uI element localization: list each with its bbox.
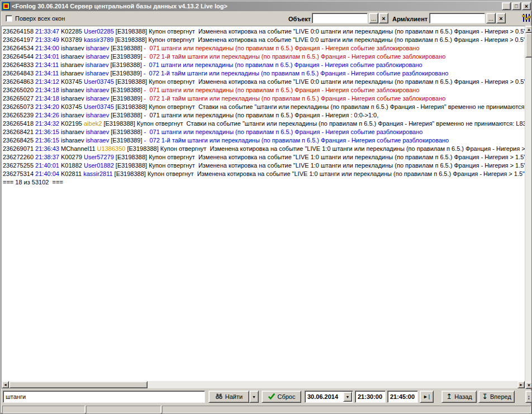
arm-client-clear-button[interactable]: ×	[496, 13, 506, 23]
log-line: 236265020 21:34:18 isharaev isharaev [E3…	[3, 86, 525, 94]
close-icon: ×	[525, 3, 528, 9]
toolbar: Поверх всех окон Объект ... × Арм/клиент…	[1, 11, 532, 26]
object-label: Объект	[288, 16, 311, 22]
log-line: 236269071 21:36:43 MChannel11 U1386350 […	[3, 145, 525, 153]
reset-button[interactable]: Сброс	[262, 391, 301, 403]
log-count-footer: === 18 из 53102 ===	[3, 178, 525, 187]
log-area: 236264158 21:33:47 K02285 User02285 [E31…	[1, 26, 525, 389]
minimize-button[interactable]: _	[502, 2, 511, 10]
find-options-dropdown-button[interactable]: ▼	[249, 391, 259, 403]
maximize-button[interactable]: □	[512, 2, 521, 10]
always-on-top-checkbox[interactable]	[6, 15, 12, 22]
arm-client-label: Арм/клиент	[392, 16, 428, 22]
forward-arrow-icon: ↧	[482, 393, 488, 400]
app-icon	[2, 2, 10, 10]
reset-check-icon	[268, 392, 276, 401]
time-to-input[interactable]	[387, 391, 418, 403]
object-input[interactable]	[312, 13, 368, 23]
chevron-down-icon: ▼	[346, 395, 350, 399]
log-line: 236264158 21:33:47 K02285 User02285 [E31…	[3, 27, 525, 36]
side-tool-button[interactable]: ↨	[525, 391, 532, 403]
vertical-scroll-thumb[interactable]	[525, 33, 532, 58]
back-button[interactable]: ↥ Назад	[441, 391, 477, 403]
status-panel	[162, 406, 531, 413]
date-dropdown-button[interactable]: ▼	[343, 392, 352, 402]
vertical-scrollbar[interactable]: ▲ ▼	[525, 26, 532, 389]
time-from-input[interactable]	[355, 391, 386, 403]
log-line: 236275314 21:40:04 K02811 kassir2811 [E3…	[3, 170, 525, 178]
log-line: 236264544 21:34:01 isharaev isharaev [E3…	[3, 53, 525, 61]
horizontal-scroll-thumb[interactable]	[9, 381, 148, 388]
scroll-left-icon[interactable]: ◄	[2, 381, 9, 388]
reset-button-label: Сброс	[278, 393, 296, 400]
close-button[interactable]: ×	[522, 2, 531, 10]
log-line: 236264833 21:34:11 isharaev isharaev [E3…	[3, 61, 525, 69]
bottom-controls: Найти ▼ Сброс 30.06.2014 ▼ ►| ↥ Назад ↧ …	[1, 389, 532, 405]
log-line: 236265027 21:34:18 isharaev isharaev [E3…	[3, 94, 525, 103]
log-line: 236264534 21:34:00 isharaev isharaev [E3…	[3, 44, 525, 53]
status-panel	[2, 406, 85, 413]
app-window: <Fonlog 30.06.2014 Сервер центральной ба…	[0, 0, 532, 414]
log-line: 236268421 21:36:15 isharaev isharaev [E3…	[3, 128, 525, 136]
date-combobox[interactable]: 30.06.2014 ▼	[305, 391, 353, 403]
minimize-icon: _	[505, 4, 507, 10]
log-line: 236275255 21:40:01 K01882 User01882 [E31…	[3, 161, 525, 170]
back-arrow-icon: ↥	[446, 393, 452, 400]
forward-button[interactable]: ↧ Вперед	[478, 391, 515, 403]
date-value: 30.06.2014	[307, 393, 338, 400]
binoculars-icon	[215, 392, 223, 401]
log-lines: 236264158 21:33:47 K02285 User02285 [E31…	[3, 27, 525, 178]
find-button[interactable]: Найти	[208, 391, 249, 403]
log-line: 236268425 21:36:15 isharaev isharaev [E3…	[3, 136, 525, 145]
title-bar[interactable]: <Fonlog 30.06.2014 Сервер центральной ба…	[1, 1, 532, 11]
jump-to-end-button[interactable]: ►|	[420, 391, 434, 403]
object-clear-button[interactable]: ×	[379, 13, 388, 23]
status-panel	[86, 406, 161, 413]
horizontal-scrollbar[interactable]: ◄ ►	[2, 381, 525, 388]
log-line: 236265418 21:34:32 K02195 aibek2 [E31983…	[3, 120, 525, 128]
find-button-label: Найти	[225, 393, 243, 400]
maximize-icon: □	[515, 3, 517, 9]
up-down-arrow-icon: ↨	[528, 394, 530, 400]
scroll-down-icon[interactable]: ▼	[525, 382, 532, 389]
scroll-up-icon[interactable]: ▲	[525, 26, 532, 33]
chevron-down-icon: ▼	[252, 395, 256, 399]
log-line: 236264843 21:34:11 isharaev isharaev [E3…	[3, 69, 525, 78]
log-line: 236264197 21:33:49 K03789 kassir3789 [E3…	[3, 36, 525, 44]
window-title: <Fonlog 30.06.2014 Сервер центральной ба…	[12, 3, 501, 9]
log-content: 236264158 21:33:47 K02285 User02285 [E31…	[3, 27, 525, 381]
scroll-right-icon[interactable]: ►	[517, 381, 525, 388]
forward-button-label: Вперед	[490, 393, 511, 400]
log-line: 236265239 21:34:26 isharaev isharaev [E3…	[3, 111, 525, 120]
log-line: 236265073 21:34:20 K03745 User03745 [E31…	[3, 103, 525, 111]
arm-client-input[interactable]	[429, 13, 485, 23]
status-bar	[1, 405, 532, 414]
object-browse-button[interactable]: ...	[369, 13, 378, 23]
log-line: 236264863 21:34:12 K03745 User03745 [E31…	[3, 78, 525, 86]
skip-to-end-icon: ►|	[423, 394, 430, 399]
search-input[interactable]	[3, 391, 205, 403]
back-button-label: Назад	[454, 393, 472, 400]
arm-client-browse-button[interactable]: ...	[486, 13, 496, 23]
filter-sliders-icon[interactable]	[522, 13, 531, 22]
log-line: 236272260 21:38:37 K00279 User57279 [E31…	[3, 153, 525, 161]
always-on-top-label: Поверх всех окон	[15, 15, 65, 22]
